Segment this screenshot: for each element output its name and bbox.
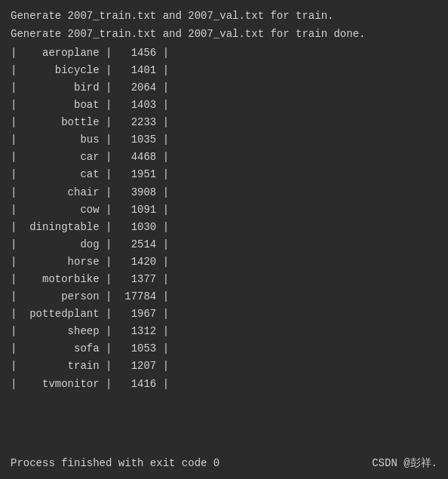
table-row: | aeroplane | 1456 | (11, 45, 437, 62)
table-row: | cow | 1091 | (11, 201, 437, 219)
terminal-window: Generate 2007_train.txt and 2007_val.txt… (0, 0, 448, 479)
table-row: | bicycle | 1401 | (11, 62, 437, 79)
table-row: | motorbike | 1377 | (11, 271, 437, 288)
table-row: | sofa | 1053 | (11, 340, 437, 358)
footer: Process finished with exit code 0 CSDN @… (11, 456, 437, 470)
table-row: | train | 1207 | (11, 358, 437, 375)
header-line-1: Generate 2007_train.txt and 2007_val.txt… (11, 8, 437, 24)
header-lines: Generate 2007_train.txt and 2007_val.txt… (11, 8, 437, 43)
table-row: | bottle | 2233 | (11, 114, 437, 131)
table-row: | sheep | 1312 | (11, 323, 437, 340)
table-row: | bus | 1035 | (11, 131, 437, 149)
table-row: | chair | 3908 | (11, 184, 437, 201)
data-table: | aeroplane | 1456 || bicycle | 1401 || … (11, 45, 437, 393)
table-row: | person | 17784 | (11, 288, 437, 306)
table-row: | cat | 1951 | (11, 166, 437, 183)
table-row: | boat | 1403 | (11, 97, 437, 114)
table-row: | diningtable | 1030 | (11, 219, 437, 236)
header-line-2: Generate 2007_train.txt and 2007_val.txt… (11, 26, 437, 42)
table-row: | bird | 2064 | (11, 79, 437, 97)
table-row: | car | 4468 | (11, 149, 437, 166)
table-row: | pottedplant | 1967 | (11, 306, 437, 323)
process-status: Process finished with exit code 0 (11, 457, 219, 469)
table-row: | dog | 2514 | (11, 236, 437, 253)
table-row: | tvmonitor | 1416 | (11, 376, 437, 393)
table-row: | horse | 1420 | (11, 253, 437, 271)
brand-label: CSDN @彭祥. (372, 456, 437, 470)
